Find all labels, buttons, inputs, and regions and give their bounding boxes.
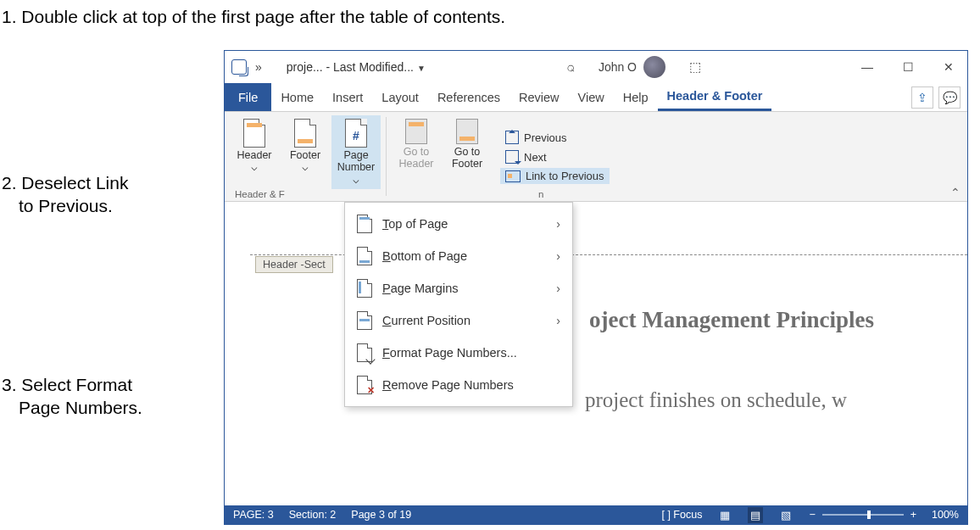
instruction-step2-line2: to Previous. — [19, 196, 113, 216]
page-number-menu: Top of Page › Bottom of Page › Page Marg… — [344, 202, 573, 407]
minimize-button[interactable]: — — [855, 60, 879, 74]
header-button[interactable]: Header⌵ — [230, 115, 279, 189]
zoom-in-button[interactable]: + — [910, 509, 916, 521]
menu-remove-page-numbers[interactable]: ✕ Remove Page Numbers — [345, 369, 572, 401]
word-window: » proje... - Last Modified...▼ ⌕ John O … — [224, 50, 968, 525]
collapse-ribbon-button[interactable]: ⌃ — [950, 186, 961, 199]
tab-file[interactable]: File — [225, 83, 271, 111]
instruction-step3-line2: Page Numbers. — [19, 398, 142, 418]
page-margins-icon — [357, 279, 372, 298]
group-label-headerfooter: Header & F — [235, 189, 285, 199]
header-section-tag: Header -Sect — [255, 256, 333, 273]
ribbon-display-options[interactable]: ⬚ — [689, 59, 701, 75]
menu-page-margins[interactable]: Page Margins › — [345, 272, 572, 304]
page-number-button[interactable]: # PageNumber ⌵ — [331, 115, 381, 189]
tab-help[interactable]: Help — [614, 83, 658, 111]
tab-home[interactable]: Home — [271, 83, 323, 111]
zoom-out-button[interactable]: − — [809, 509, 815, 521]
next-section-button[interactable]: Next — [500, 148, 610, 165]
user-account[interactable]: John O — [599, 56, 665, 78]
web-layout-icon[interactable]: ▧ — [778, 509, 793, 522]
zoom-slider[interactable]: − + — [809, 509, 916, 521]
autosave-icon[interactable] — [231, 59, 247, 75]
instruction-step3-line1: 3. Select Format — [2, 375, 132, 395]
tab-view[interactable]: View — [569, 83, 614, 111]
maximize-button[interactable]: ☐ — [896, 60, 920, 74]
instruction-step2-line1: 2. Deselect Link — [2, 173, 128, 193]
document-name[interactable]: proje... - Last Modified...▼ — [287, 60, 426, 74]
statusbar: PAGE: 3 Section: 2 Page 3 of 19 [ ] Focu… — [225, 505, 967, 524]
page-bottom-icon — [357, 247, 372, 265]
avatar — [643, 56, 665, 78]
footer-button[interactable]: Footer⌵ — [281, 115, 330, 189]
status-section[interactable]: Section: 2 — [289, 509, 337, 521]
tab-layout[interactable]: Layout — [372, 83, 428, 111]
status-page-of[interactable]: Page 3 of 19 — [351, 509, 411, 521]
quickaccess-more[interactable]: » — [255, 60, 259, 74]
ribbon-tabs: File Home Insert Layout References Revie… — [225, 83, 967, 112]
submenu-arrow-icon: › — [556, 282, 560, 295]
tab-references[interactable]: References — [428, 83, 509, 111]
close-button[interactable]: ✕ — [937, 60, 961, 74]
submenu-arrow-icon: › — [556, 217, 560, 231]
print-layout-icon[interactable]: ▤ — [748, 507, 763, 523]
goto-footer-button[interactable]: Go toFooter — [443, 115, 492, 174]
menu-bottom-of-page[interactable]: Bottom of Page › — [345, 240, 572, 272]
goto-header-button: Go toHeader — [392, 115, 441, 174]
share-button[interactable]: ⇪ — [911, 86, 933, 109]
status-page[interactable]: PAGE: 3 — [233, 509, 274, 521]
menu-current-position[interactable]: Current Position › — [345, 304, 572, 337]
link-to-previous-button[interactable]: Link to Previous — [500, 168, 610, 184]
document-body-text: project finishes on schedule, w — [585, 388, 847, 412]
titlebar: » proje... - Last Modified...▼ ⌕ John O … — [225, 51, 967, 83]
search-icon[interactable]: ⌕ — [566, 59, 575, 75]
tab-insert[interactable]: Insert — [323, 83, 372, 111]
focus-mode-button[interactable]: [ ] Focus — [661, 509, 702, 521]
page-current-icon — [357, 311, 372, 330]
next-icon — [505, 150, 519, 164]
tab-review[interactable]: Review — [509, 83, 569, 111]
submenu-arrow-icon: › — [556, 314, 560, 327]
menu-top-of-page[interactable]: Top of Page › — [345, 208, 572, 240]
previous-section-button[interactable]: Previous — [500, 129, 610, 146]
group-label-nav-suffix: n — [538, 189, 543, 199]
instruction-step1: 1. Double click at top of the first page… — [2, 7, 505, 27]
ribbon: Header⌵ Footer⌵ # PageNumber ⌵ Header & … — [225, 112, 967, 202]
submenu-arrow-icon: › — [556, 249, 560, 263]
remove-icon: ✕ — [357, 376, 372, 394]
page-top-icon — [357, 215, 372, 233]
document-heading: oject Management Principles — [589, 307, 874, 333]
zoom-level[interactable]: 100% — [932, 509, 959, 521]
comments-button[interactable]: 💬 — [938, 86, 961, 109]
previous-icon — [505, 131, 519, 144]
document-area[interactable]: Header -Sect oject Management Principles… — [225, 202, 967, 505]
menu-format-page-numbers[interactable]: Format Page Numbers... — [345, 337, 572, 369]
tab-header-footer[interactable]: Header & Footer — [658, 83, 772, 111]
link-icon — [505, 170, 521, 182]
read-mode-icon[interactable]: ▦ — [717, 509, 732, 522]
format-icon — [357, 343, 372, 362]
